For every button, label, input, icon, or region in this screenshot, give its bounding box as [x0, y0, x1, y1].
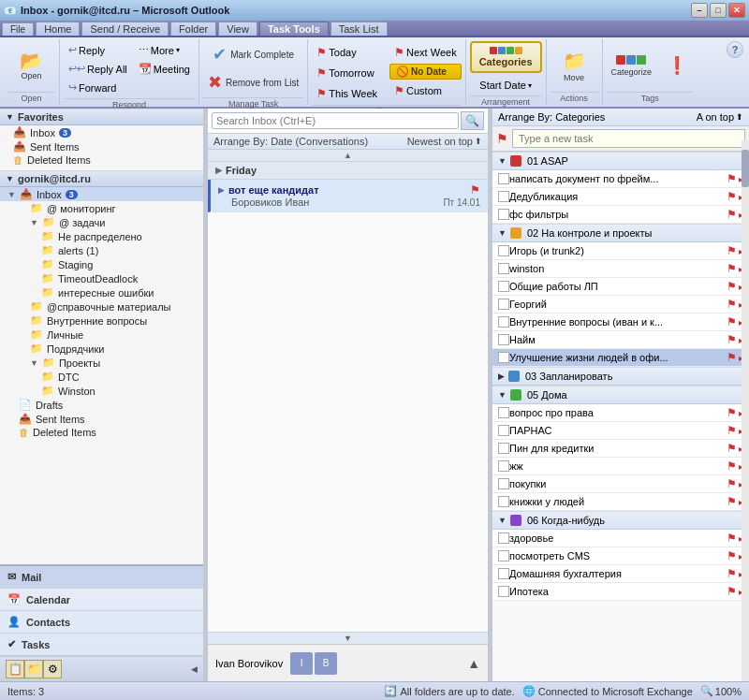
sidebar-shortcut-3[interactable]: ⚙	[43, 660, 62, 678]
task-category-someday[interactable]: ▼ 06 Когда-нибудь	[492, 511, 749, 530]
task-checkbox[interactable]	[498, 443, 509, 454]
task-item[interactable]: покупки ⚑ ▸	[492, 475, 749, 493]
zadachi-folder[interactable]: ▼ 📁 @ задачи	[0, 215, 203, 229]
scroll-up-button[interactable]: ▲	[208, 150, 488, 162]
nav-contacts[interactable]: 👤 Contacts	[0, 611, 203, 634]
task-item[interactable]: Ипотека ⚑ ▸	[492, 583, 749, 601]
task-item[interactable]: ПАРНАС ⚑ ▸	[492, 422, 749, 440]
help-button[interactable]: ?	[727, 41, 743, 58]
sort-button[interactable]: Newest on top ⬆	[407, 136, 482, 147]
task-item[interactable]: Найм ⚑ ▸	[492, 331, 749, 349]
task-panel-scrollbar-thumb[interactable]	[742, 150, 749, 187]
maximize-button[interactable]: □	[710, 3, 727, 18]
categorize-button[interactable]: Categorize	[607, 52, 657, 80]
task-checkbox[interactable]	[498, 425, 509, 436]
task-item[interactable]: фс фильтры ⚑ ▸	[492, 206, 749, 224]
task-checkbox[interactable]	[498, 407, 509, 418]
vnutrennie-folder[interactable]: 📁 Внутренние вопросы	[0, 314, 203, 328]
task-category-control[interactable]: ▼ 02 На контроле и проекты	[492, 224, 749, 242]
email-item[interactable]: ▶ вот еще кандидат ⚑ Боровиков Иван Пт 1…	[208, 180, 488, 212]
close-button[interactable]: ✕	[728, 3, 745, 18]
task-item[interactable]: написать документ по фрейм... ⚑ ▸	[492, 170, 749, 188]
task-item[interactable]: вопрос про права ⚑ ▸	[492, 404, 749, 422]
task-checkbox[interactable]	[498, 568, 509, 579]
tomorrow-button[interactable]: ⚑ Tomorrow	[312, 64, 382, 82]
interesnye-folder[interactable]: 📁 интересные ошибки	[0, 285, 203, 299]
tab-view[interactable]: View	[218, 22, 257, 36]
task-checkbox[interactable]	[498, 586, 509, 597]
monitoring-folder[interactable]: 📁 @ мониторинг	[0, 201, 203, 215]
task-item[interactable]: книжки у людей ⚑ ▸	[492, 493, 749, 511]
task-item[interactable]: Дедубликация ⚑ ▸	[492, 188, 749, 206]
task-checkbox[interactable]	[498, 281, 509, 292]
account-header[interactable]: ▼ gornik@itcd.ru	[0, 170, 203, 187]
dtc-folder[interactable]: 📁 DTC	[0, 370, 203, 384]
task-item[interactable]: Внутренние вопросы (иван и к... ⚑ ▸	[492, 314, 749, 331]
sidebar-shortcut-2[interactable]: 📁	[24, 660, 43, 678]
favorites-deleted[interactable]: 🗑 Deleted Items	[0, 153, 203, 167]
task-checkbox[interactable]	[498, 334, 509, 345]
search-button[interactable]: 🔍	[461, 111, 484, 130]
tab-task-tools[interactable]: Task Tools	[259, 22, 329, 36]
task-checkbox[interactable]	[498, 478, 509, 489]
task-category-planned[interactable]: ▶ 03 Запланировать	[492, 367, 749, 386]
mark-complete-button[interactable]: ✔ Mark Complete	[208, 41, 299, 67]
sent-items-folder[interactable]: 📤 Sent Items	[0, 412, 203, 426]
importance-high-button[interactable]: ❗	[660, 52, 694, 79]
forward-button[interactable]: ↪ Forward	[64, 79, 132, 96]
proekty-folder[interactable]: ▼ 📁 Проекты	[0, 356, 203, 370]
no-date-button[interactable]: 🚫 No Date	[389, 64, 462, 80]
task-checkbox[interactable]	[498, 496, 509, 507]
new-task-input[interactable]	[512, 129, 745, 148]
task-checkbox[interactable]	[498, 316, 509, 328]
task-panel-scrollbar[interactable]	[742, 140, 749, 681]
task-item[interactable]: жж ⚑ ▸	[492, 458, 749, 475]
task-checkbox[interactable]	[498, 352, 509, 363]
task-item[interactable]: Игорь (и trunk2) ⚑ ▸	[492, 242, 749, 260]
next-week-button[interactable]: ⚑ Next Week	[389, 43, 462, 62]
task-item[interactable]: посмотреть CMS ⚑ ▸	[492, 547, 749, 565]
task-checkbox[interactable]	[498, 173, 509, 184]
tab-home[interactable]: Home	[36, 22, 80, 36]
task-item[interactable]: Пин для кредитки ⚑ ▸	[492, 440, 749, 458]
start-date-button[interactable]: Start Date ▾	[475, 77, 536, 94]
task-checkbox[interactable]	[498, 550, 509, 561]
lichnye-folder[interactable]: 📁 Личные	[0, 328, 203, 342]
nav-tasks[interactable]: ✔ Tasks	[0, 634, 203, 656]
preview-expand-button[interactable]: ▲	[467, 656, 480, 671]
task-checkbox[interactable]	[498, 263, 509, 274]
tab-task-list[interactable]: Task List	[330, 22, 388, 36]
favorites-header[interactable]: ▼ Favorites	[0, 109, 203, 125]
custom-button[interactable]: ⚑ Custom	[389, 81, 462, 100]
reply-button[interactable]: ↩ Reply	[64, 41, 132, 59]
reply-all-button[interactable]: ↩↩ Reply All	[64, 60, 132, 78]
open-button[interactable]: 📂 Open	[15, 49, 49, 83]
more-button[interactable]: ⋯ More ▾	[134, 41, 195, 59]
task-item[interactable]: Общие работы ЛП ⚑ ▸	[492, 278, 749, 296]
tab-send-receive[interactable]: Send / Receive	[81, 22, 169, 36]
deleted-items-folder[interactable]: 🗑 Deleted Items	[0, 426, 203, 439]
task-checkbox[interactable]	[498, 209, 509, 220]
task-category-home[interactable]: ▼ 05 Дома	[492, 386, 749, 404]
task-sort-button[interactable]: A on top ⬆	[697, 111, 743, 123]
this-week-button[interactable]: ⚑ This Week	[312, 84, 382, 103]
task-checkbox[interactable]	[498, 245, 509, 256]
task-checkbox[interactable]	[498, 299, 509, 310]
sidebar-shortcut-1[interactable]: 📋	[6, 660, 24, 678]
task-item-selected[interactable]: Улучшение жизни людей в офи... ⚑ ▸	[492, 349, 749, 367]
nav-calendar[interactable]: 📅 Calendar	[0, 589, 203, 611]
remove-from-list-button[interactable]: ✖ Remove from List	[203, 69, 303, 95]
alerts-folder[interactable]: 📁 alerts (1)	[0, 243, 203, 257]
favorites-inbox[interactable]: 📥 Inbox 3	[0, 125, 203, 139]
categories-button[interactable]: Categories	[470, 41, 542, 73]
task-item[interactable]: Домашняя бухгалтерия ⚑ ▸	[492, 565, 749, 583]
podr-folder[interactable]: 📁 Подрядчики	[0, 342, 203, 356]
staging-folder[interactable]: 📁 Staging	[0, 257, 203, 271]
timeout-folder[interactable]: 📁 TimeoutDeadlock	[0, 271, 203, 285]
ne-rasp-folder[interactable]: 📁 Не распределено	[0, 229, 203, 243]
scroll-down-button[interactable]: ▼	[208, 632, 488, 644]
nav-mail[interactable]: ✉ Mail	[0, 566, 203, 589]
task-item[interactable]: здоровье ⚑ ▸	[492, 530, 749, 547]
tab-file[interactable]: File	[2, 22, 34, 36]
task-checkbox[interactable]	[498, 460, 509, 472]
